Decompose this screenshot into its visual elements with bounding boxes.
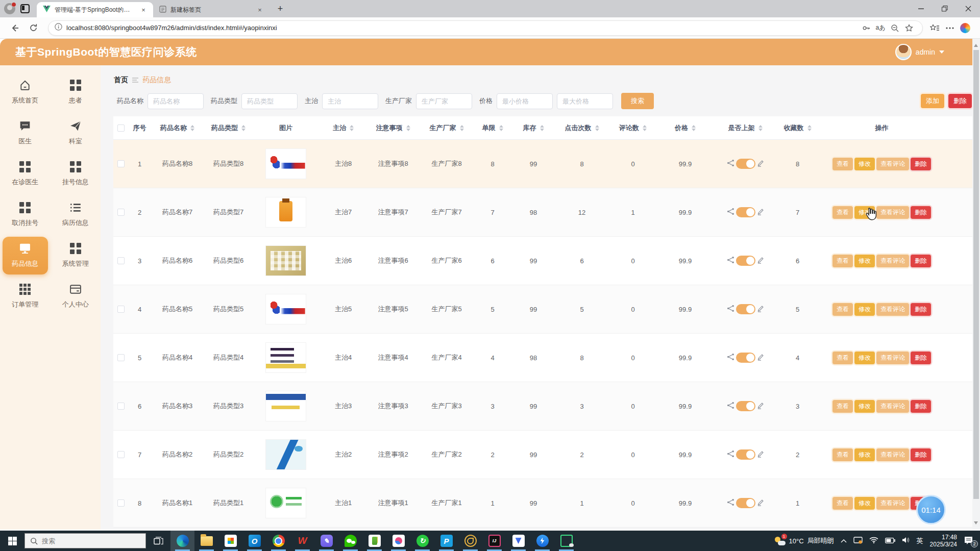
page-scrollbar[interactable] <box>972 39 980 530</box>
drug-image[interactable] <box>265 439 306 470</box>
edit-button[interactable]: 修改 <box>854 448 875 461</box>
batch-delete-button[interactable]: 删除 <box>948 94 972 108</box>
column-header-label[interactable]: 药品类型 <box>211 123 238 133</box>
edit-button[interactable]: 修改 <box>854 352 875 364</box>
column-header-label[interactable]: 主治 <box>333 123 346 133</box>
weather-widget[interactable]: 1 10°C 局部晴朗 <box>774 536 834 546</box>
row-checkbox[interactable] <box>117 451 125 458</box>
share-icon[interactable] <box>727 305 734 314</box>
url-field[interactable]: localhost:8080/springboot4w897m26/admin/… <box>48 20 923 36</box>
comments-button[interactable]: 查看评论 <box>876 158 909 170</box>
sidebar-item-order-management[interactable]: 订单管理 <box>3 278 48 315</box>
sort-icon[interactable] <box>460 123 464 133</box>
on-shelf-toggle[interactable] <box>736 304 755 314</box>
tray-expand-icon[interactable] <box>841 537 847 544</box>
view-button[interactable]: 查看 <box>832 352 853 364</box>
taskbar-search-input[interactable] <box>42 537 129 545</box>
sidebar-item-personal-center[interactable]: 个人中心 <box>53 278 99 315</box>
cast-icon[interactable] <box>853 537 863 545</box>
pencil-icon[interactable] <box>757 354 764 362</box>
new-tab-button[interactable] <box>274 2 287 15</box>
url-text[interactable]: localhost:8080/springboot4w897m26/admin/… <box>66 24 859 32</box>
sidebar-item-system-management[interactable]: 系统管理 <box>53 237 99 274</box>
drug-image[interactable] <box>265 294 306 324</box>
share-icon[interactable] <box>727 159 734 168</box>
pencil-icon[interactable] <box>757 450 764 459</box>
comments-button[interactable]: 查看评论 <box>876 448 909 461</box>
site-info-icon[interactable] <box>55 23 62 33</box>
sidebar-item-doctors[interactable]: 医生 <box>3 114 48 152</box>
delete-button[interactable]: 删除 <box>911 400 931 413</box>
window-restore-button[interactable] <box>933 0 957 17</box>
task-view-icon[interactable] <box>146 531 170 551</box>
sidebar-item-on-duty-doctors[interactable]: 在诊医生 <box>3 155 48 193</box>
column-header-label[interactable]: 单限 <box>482 123 496 133</box>
column-header-label[interactable]: 生产厂家 <box>430 123 456 133</box>
sort-icon[interactable] <box>406 123 410 133</box>
browser-tab-admin[interactable]: 管理端-基于SpringBoot的智慧医× <box>37 2 153 17</box>
row-checkbox[interactable] <box>117 160 125 167</box>
sort-icon[interactable] <box>758 123 763 133</box>
scrollbar-down-icon[interactable] <box>974 521 978 527</box>
zoom-out-icon[interactable] <box>888 21 902 35</box>
price-max-input[interactable] <box>557 93 613 109</box>
on-shelf-toggle[interactable] <box>736 256 755 266</box>
sort-icon[interactable] <box>540 123 544 133</box>
edit-button[interactable]: 修改 <box>854 158 875 170</box>
taskbar-app-chrome[interactable] <box>266 531 290 551</box>
row-checkbox[interactable] <box>117 306 125 313</box>
drug-image[interactable] <box>265 148 306 179</box>
pencil-icon[interactable] <box>757 305 764 314</box>
drug-image[interactable] <box>265 342 306 373</box>
row-checkbox[interactable] <box>117 354 125 361</box>
scrollbar-up-icon[interactable] <box>974 42 978 47</box>
comments-button[interactable]: 查看评论 <box>876 303 909 316</box>
taskbar-app-teams[interactable] <box>506 531 530 551</box>
edit-button[interactable]: 修改 <box>854 400 875 413</box>
user-avatar[interactable] <box>895 44 912 60</box>
taskbar-app-notes[interactable] <box>314 531 338 551</box>
manufacturer-input[interactable] <box>416 93 472 109</box>
taskbar-app-idea[interactable] <box>482 531 506 551</box>
edit-button[interactable]: 修改 <box>854 303 875 316</box>
comments-button[interactable]: 查看评论 <box>876 352 909 364</box>
pencil-icon[interactable] <box>757 402 764 411</box>
edit-button[interactable]: 修改 <box>854 497 875 510</box>
edit-button[interactable]: 修改 <box>854 255 875 267</box>
column-header-label[interactable]: 评论数 <box>619 123 639 133</box>
column-header-label[interactable]: 药品名称 <box>160 123 187 133</box>
user-menu[interactable]: admin <box>895 44 944 60</box>
row-checkbox[interactable] <box>117 499 125 507</box>
column-header-label[interactable]: 点击次数 <box>565 123 592 133</box>
sidebar-item-departments[interactable]: 科室 <box>53 114 99 152</box>
share-icon[interactable] <box>727 498 734 508</box>
sidebar-item-medical-records[interactable]: 病历信息 <box>53 196 99 234</box>
volume-icon[interactable] <box>902 537 910 545</box>
share-icon[interactable] <box>727 402 734 411</box>
sort-icon[interactable] <box>190 123 194 133</box>
view-button[interactable]: 查看 <box>832 303 853 316</box>
favorites-bar-icon[interactable] <box>927 20 942 36</box>
notification-center-icon[interactable]: 2 <box>964 536 975 545</box>
drug-image[interactable] <box>265 245 306 276</box>
wifi-icon[interactable] <box>869 537 878 545</box>
view-button[interactable]: 查看 <box>832 255 853 267</box>
on-shelf-toggle[interactable] <box>736 353 755 363</box>
delete-button[interactable]: 删除 <box>911 255 931 267</box>
sidebar-item-home[interactable]: 系统首页 <box>3 73 48 111</box>
column-header-label[interactable]: 价格 <box>675 123 688 133</box>
taskbar-app-explorer[interactable] <box>194 531 218 551</box>
view-button[interactable]: 查看 <box>832 497 853 510</box>
taskbar-app-outlook[interactable] <box>242 531 266 551</box>
column-header-label[interactable]: 是否上架 <box>728 123 755 133</box>
drug-image[interactable] <box>265 488 306 518</box>
sort-icon[interactable] <box>241 123 246 133</box>
share-icon[interactable] <box>727 450 734 459</box>
share-icon[interactable] <box>727 353 734 362</box>
delete-button[interactable]: 删除 <box>911 158 931 170</box>
translate-icon[interactable]: aあ <box>873 21 888 35</box>
sort-icon[interactable] <box>595 123 599 133</box>
sort-icon[interactable] <box>807 123 812 133</box>
drug-image[interactable] <box>265 391 306 421</box>
taskbar-app-wps[interactable] <box>290 531 314 551</box>
